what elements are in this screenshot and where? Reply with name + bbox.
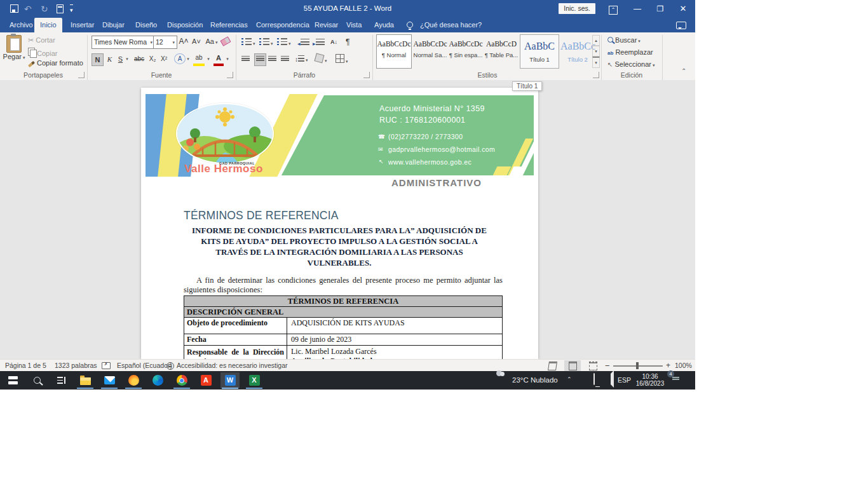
replace-button[interactable]: ab Reemplazar xyxy=(607,48,653,56)
close-icon[interactable]: ✕ xyxy=(672,0,694,18)
tab-referencias[interactable]: Referencias xyxy=(205,18,254,32)
language-indicator[interactable]: Español (Ecuador) xyxy=(117,362,172,369)
font-name-input[interactable]: Times New Roma▾ xyxy=(92,36,155,49)
sort-button[interactable]: A↓ xyxy=(330,36,337,48)
tell-me-box[interactable]: ¿Qué desea hacer? xyxy=(414,18,487,32)
underline-dropdown-icon[interactable]: ▾ xyxy=(125,53,130,65)
search-button[interactable] xyxy=(27,372,46,388)
network-icon[interactable] xyxy=(593,374,595,385)
justify-button[interactable] xyxy=(281,54,289,65)
copy-button[interactable]: Copiar xyxy=(28,48,57,57)
read-mode-button[interactable] xyxy=(544,360,560,371)
excel-taskbar-button[interactable]: X xyxy=(245,372,264,388)
firefox-button[interactable] xyxy=(124,372,143,388)
acrobat-button[interactable]: A xyxy=(196,372,215,388)
proofing-errors-icon[interactable] xyxy=(102,362,111,370)
bullets-button[interactable]: ▾ xyxy=(241,37,255,48)
restore-icon[interactable]: ❐ xyxy=(649,0,671,18)
tab-insertar[interactable]: Insertar xyxy=(65,18,100,32)
tab-ayuda[interactable]: Ayuda xyxy=(369,18,400,32)
multilevel-list-button[interactable]: ▾ xyxy=(277,37,291,48)
style-sin-espaciado[interactable]: AaBbCcDc ¶ Sin espa... xyxy=(449,35,483,68)
clipboard-dialog-launcher-icon[interactable] xyxy=(78,72,85,78)
volume-icon[interactable] xyxy=(607,374,614,385)
zoom-out-icon[interactable]: − xyxy=(605,361,610,370)
tab-inicio[interactable]: Inicio xyxy=(34,18,62,32)
superscript-button[interactable]: X² xyxy=(159,53,169,65)
align-left-button[interactable] xyxy=(241,54,250,65)
font-dialog-launcher-icon[interactable] xyxy=(227,72,233,78)
tab-diseno[interactable]: Diseño xyxy=(130,18,163,32)
zoom-in-icon[interactable]: + xyxy=(666,361,670,370)
numbering-button[interactable]: ▾ xyxy=(259,37,273,48)
shading-button[interactable]: ▾ xyxy=(315,54,327,65)
find-button[interactable]: Buscar▾ xyxy=(607,36,641,44)
style-normal[interactable]: AaBbCcDc ¶ Normal xyxy=(376,34,412,69)
highlight-button[interactable]: ab xyxy=(193,52,205,66)
print-layout-button[interactable] xyxy=(564,360,581,371)
text-effects-dropdown-icon[interactable]: ▾ xyxy=(186,53,191,65)
zoom-slider-handle[interactable] xyxy=(636,362,639,369)
align-center-button[interactable] xyxy=(254,53,266,66)
accessibility-status[interactable]: Accesibilidad: es necesario investigar xyxy=(177,362,288,369)
paste-button[interactable]: Pegar▾ xyxy=(3,35,25,71)
line-spacing-button[interactable]: ↕▾ xyxy=(295,54,308,65)
align-right-button[interactable] xyxy=(268,54,276,65)
style-normal-sa[interactable]: AaBbCcDc Normal Sa... xyxy=(413,35,447,68)
tab-correspondencia[interactable]: Correspondencia xyxy=(250,18,315,32)
select-button[interactable]: ↖ Seleccionar▾ xyxy=(607,60,654,68)
tab-revisar[interactable]: Revisar xyxy=(309,18,344,32)
tab-disposicion[interactable]: Disposición xyxy=(161,18,208,32)
sign-in-button[interactable]: Inic. ses. xyxy=(559,3,595,14)
weather-text[interactable]: 23°C Nublado xyxy=(512,376,558,384)
font-color-dropdown-icon[interactable]: ▾ xyxy=(225,53,230,65)
ribbon-display-options-icon[interactable]: ⌃ xyxy=(602,0,624,18)
page-indicator[interactable]: Página 1 de 5 xyxy=(5,362,46,369)
tab-dibujar[interactable]: Dibujar xyxy=(97,18,130,32)
style-table-paragraph[interactable]: AaBbCcD ¶ Table Pa... xyxy=(484,35,519,68)
clock[interactable]: 10:36 16/8/2023 xyxy=(634,373,666,387)
minimize-icon[interactable]: — xyxy=(627,0,648,18)
tab-archivo[interactable]: Archivo xyxy=(4,18,39,32)
styles-scroll-up-icon[interactable]: ▴ xyxy=(592,35,600,46)
styles-gallery-more-icon[interactable]: ▾ xyxy=(592,57,600,68)
cut-button[interactable]: ✂ Cortar xyxy=(28,36,55,44)
web-layout-button[interactable] xyxy=(585,360,601,371)
strikethrough-button[interactable]: abc xyxy=(132,53,146,65)
word-count[interactable]: 1323 palabras xyxy=(55,362,97,369)
borders-button[interactable]: ▾ xyxy=(336,54,348,65)
underline-button[interactable]: S xyxy=(116,53,125,65)
increase-indent-button[interactable]: ▶ xyxy=(313,37,325,48)
zoom-level[interactable]: 100% xyxy=(675,362,692,369)
task-view-button[interactable] xyxy=(51,372,71,388)
tab-vista[interactable]: Vista xyxy=(341,18,367,32)
file-explorer-button[interactable] xyxy=(76,372,95,388)
tray-expand-icon[interactable]: ⌃ xyxy=(567,376,572,383)
text-effects-button[interactable]: A xyxy=(174,53,186,64)
italic-button[interactable]: K xyxy=(105,53,114,65)
styles-dialog-launcher-icon[interactable] xyxy=(593,72,599,78)
grow-font-button[interactable]: A˄ xyxy=(178,36,189,47)
style-titulo-2[interactable]: AaBbCc Título 2 xyxy=(560,35,595,68)
font-size-input[interactable]: 12▾ xyxy=(153,36,177,49)
format-painter-button[interactable]: Copiar formato xyxy=(28,59,83,67)
paragraph-dialog-launcher-icon[interactable] xyxy=(363,72,370,78)
decrease-indent-button[interactable]: ◀ xyxy=(297,37,309,48)
word-taskbar-button[interactable]: W xyxy=(220,372,240,388)
collapse-ribbon-icon[interactable]: ⌃ xyxy=(681,67,686,74)
edge-button[interactable] xyxy=(148,372,167,388)
document-page[interactable]: GAD PARROQUIAL Valle Hermoso Acuerdo Min… xyxy=(141,88,538,359)
subscript-button[interactable]: X₂ xyxy=(147,53,158,65)
font-color-button[interactable]: A xyxy=(214,52,224,66)
change-case-button[interactable]: Aa▾ xyxy=(205,36,219,47)
chrome-button[interactable] xyxy=(172,372,191,388)
language-tray[interactable]: ESP xyxy=(618,376,631,384)
start-button[interactable] xyxy=(3,372,22,388)
styles-scroll-down-icon[interactable]: ▾ xyxy=(592,46,600,57)
highlight-dropdown-icon[interactable]: ▾ xyxy=(206,53,211,65)
clear-formatting-button[interactable] xyxy=(221,36,230,48)
feedback-comment-icon[interactable] xyxy=(676,22,686,29)
shrink-font-button[interactable]: A˅ xyxy=(191,36,202,47)
style-titulo-1[interactable]: AaBbC Título 1 xyxy=(520,34,559,69)
pilcrow-button[interactable]: ¶ xyxy=(346,36,349,48)
